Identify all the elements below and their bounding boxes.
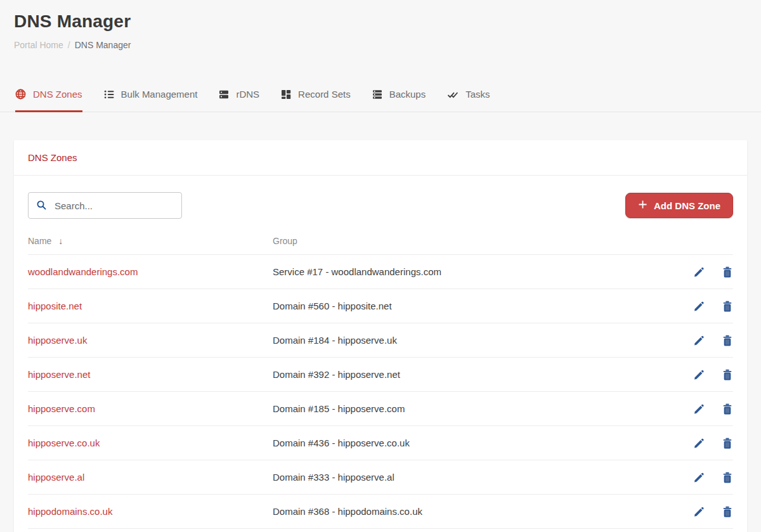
tab-label: Record Sets — [298, 89, 351, 100]
tab-tasks[interactable]: Tasks — [447, 86, 490, 112]
edit-icon[interactable] — [693, 301, 705, 312]
edit-icon[interactable] — [693, 369, 705, 380]
table-row: woodlandwanderings.com Service #17 - woo… — [28, 255, 733, 289]
tab-label: rDNS — [236, 89, 259, 100]
zone-name-link[interactable]: hipposerve.al — [28, 472, 84, 483]
page-title: DNS Manager — [14, 11, 747, 32]
delete-icon[interactable] — [722, 403, 733, 415]
edit-icon[interactable] — [693, 438, 705, 449]
add-dns-zone-button[interactable]: Add DNS Zone — [625, 193, 733, 218]
search-box — [28, 192, 182, 219]
server-icon — [219, 89, 229, 100]
tab-label: Bulk Management — [121, 89, 198, 100]
add-button-label: Add DNS Zone — [654, 200, 720, 211]
table-body: woodlandwanderings.com Service #17 - woo… — [28, 255, 733, 529]
zone-group: Service #17 - woodlandwanderings.com — [273, 255, 662, 289]
zone-group: Domain #184 - hipposerve.uk — [273, 323, 662, 358]
delete-icon[interactable] — [722, 506, 733, 517]
tab-bar: DNS Zones Bulk Management rDNS — [0, 86, 761, 112]
edit-icon[interactable] — [693, 335, 705, 346]
zone-group: Domain #368 - hippodomains.co.uk — [273, 495, 662, 529]
table-toolbar: Add DNS Zone — [28, 192, 733, 219]
table-header-row: Name↓ Group — [28, 236, 733, 255]
column-header-actions — [662, 236, 733, 255]
search-input[interactable] — [28, 192, 182, 219]
tab-rdns[interactable]: rDNS — [219, 86, 259, 112]
column-header-name[interactable]: Name↓ — [28, 236, 273, 255]
zone-group: Domain #185 - hipposerve.com — [273, 392, 662, 426]
breadcrumb-current: DNS Manager — [75, 40, 131, 50]
zone-name-link[interactable]: hipposerve.net — [28, 369, 90, 380]
breadcrumb-separator: / — [68, 40, 70, 50]
edit-icon[interactable] — [693, 506, 705, 517]
table-row: hipposerve.com Domain #185 - hipposerve.… — [28, 392, 733, 426]
table-row: hipposerve.uk Domain #184 - hipposerve.u… — [28, 323, 733, 358]
table-row: hippodomains.co.uk Domain #368 - hippodo… — [28, 495, 733, 529]
tab-label: Backups — [389, 89, 426, 100]
zone-name-link[interactable]: hippodomains.co.uk — [28, 506, 112, 517]
server-stack-icon — [372, 89, 382, 100]
table-row: hipposite.net Domain #560 - hipposite.ne… — [28, 289, 733, 323]
dns-zones-table: Name↓ Group woodlandwanderings.com Servi… — [28, 236, 733, 529]
zone-name-link[interactable]: hipposerve.uk — [28, 335, 87, 346]
sort-desc-icon: ↓ — [58, 236, 63, 246]
zone-name-link[interactable]: hipposite.net — [28, 301, 82, 311]
dns-zones-card: DNS Zones Add DNS Zone — [14, 140, 747, 532]
page-header: DNS Manager Portal Home/DNS Manager — [0, 0, 761, 50]
delete-icon[interactable] — [722, 301, 733, 312]
breadcrumb: Portal Home/DNS Manager — [14, 40, 747, 50]
tab-bulk-management[interactable]: Bulk Management — [104, 86, 198, 112]
grid-icon — [281, 89, 291, 100]
plus-icon — [638, 200, 647, 211]
list-icon — [104, 89, 114, 100]
double-check-icon — [447, 89, 459, 100]
delete-icon[interactable] — [722, 438, 733, 449]
zone-group: Domain #392 - hipposerve.net — [273, 358, 662, 392]
edit-icon[interactable] — [693, 472, 705, 483]
zone-group: Domain #436 - hipposerve.co.uk — [273, 426, 662, 460]
tab-backups[interactable]: Backups — [372, 86, 426, 112]
zone-group: Domain #333 - hipposerve.al — [273, 460, 662, 495]
zone-name-link[interactable]: hipposerve.com — [28, 403, 95, 414]
tab-dns-zones[interactable]: DNS Zones — [15, 86, 82, 112]
column-header-group[interactable]: Group — [273, 236, 662, 255]
zone-group: Domain #560 - hipposite.net — [273, 289, 662, 323]
tab-record-sets[interactable]: Record Sets — [281, 86, 351, 112]
card-body: Add DNS Zone Name↓ Group woodlandwanderi… — [14, 176, 747, 532]
zone-name-link[interactable]: hipposerve.co.uk — [28, 438, 100, 448]
card-header: DNS Zones — [14, 140, 747, 176]
delete-icon[interactable] — [722, 472, 733, 483]
delete-icon[interactable] — [722, 369, 733, 380]
tab-label: Tasks — [465, 89, 490, 100]
zone-name-link[interactable]: woodlandwanderings.com — [28, 266, 138, 277]
globe-icon — [15, 89, 26, 100]
table-row: hipposerve.co.uk Domain #436 - hipposerv… — [28, 426, 733, 460]
tab-label: DNS Zones — [33, 89, 82, 100]
table-row: hipposerve.net Domain #392 - hipposerve.… — [28, 358, 733, 392]
edit-icon[interactable] — [693, 403, 705, 415]
breadcrumb-portal-home[interactable]: Portal Home — [14, 40, 63, 50]
delete-icon[interactable] — [722, 266, 733, 278]
delete-icon[interactable] — [722, 335, 733, 346]
table-row: hipposerve.al Domain #333 - hipposerve.a… — [28, 460, 733, 495]
edit-icon[interactable] — [693, 266, 705, 278]
